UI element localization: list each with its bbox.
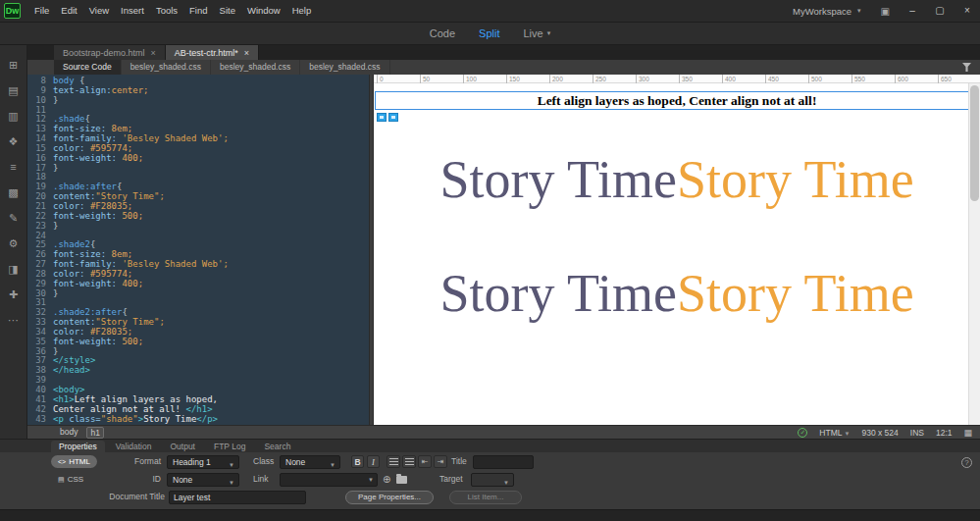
story-time-shadow-text: Story Time [677,150,914,209]
cc-libraries-panel-icon[interactable]: ▥ [8,110,18,123]
story-time-shadow-text: Story Time [677,264,914,323]
ruler-mark: 500 [808,75,822,83]
doctype-selector[interactable]: HTML▼ [819,428,850,438]
view-mode-code[interactable]: Code [430,27,455,39]
document-window: Bootstrap-demo.html×AB-test-ctr.html*× S… [27,45,980,439]
chevron-down-icon: ▼ [229,477,234,489]
lint-status-icon[interactable]: ✓ [798,428,807,438]
menu-items: FileEditViewInsertToolsFindSiteWindowHel… [28,0,317,22]
panel-tab-output[interactable]: Output [162,441,203,452]
files-panel-icon[interactable]: ▤ [8,84,18,97]
tab-close-icon[interactable]: × [244,48,249,58]
point-to-file-icon[interactable]: ⊕ [383,475,390,485]
id-label: ID [126,473,161,486]
main-area: ⊞▤▥❖≡▩✎⚙◨✚⋯ Bootstrap-demo.html×AB-test-… [0,45,980,439]
ruler-mark: 200 [549,75,563,83]
title-input[interactable] [473,455,534,469]
link-input[interactable] [280,473,378,487]
size-presets-icon[interactable]: ▦ [963,428,972,438]
panel-tab-validation[interactable]: Validation [108,441,160,452]
code-line: 38</head> [27,366,369,376]
window-size-value[interactable]: 930 x 524 [861,428,898,438]
hidden-element-marker[interactable] [388,113,398,122]
tag-selector-h1[interactable]: h1 [86,427,103,439]
tab-close-icon[interactable]: × [151,48,156,58]
story-time-base-text: Story Time [439,150,677,209]
ruler-mark: 600 [895,75,908,83]
related-file-css[interactable]: besley_shaded.css [300,60,389,75]
menu-help[interactable]: Help [286,0,318,22]
outdent-icon[interactable]: ⇤ [418,455,432,468]
code-editor[interactable]: 8body {9text-align:center;10}1112.shade{… [27,75,369,425]
menu-insert[interactable]: Insert [115,0,150,22]
indent-icon[interactable]: ⇥ [434,455,447,468]
unordered-list-icon[interactable] [387,455,400,468]
code-line: 30} [27,289,369,299]
document-tab[interactable]: Bootstrap-demo.html× [54,45,166,60]
behaviors-panel-icon[interactable]: ⚙ [9,237,19,250]
menu-window[interactable]: Window [241,0,286,22]
menu-view[interactable]: View [83,0,115,22]
workspace-switcher[interactable]: MyWorkspace [789,6,855,17]
menu-find[interactable]: Find [183,0,213,22]
ruler-mark: 100 [463,75,477,83]
browse-folder-icon[interactable] [396,476,407,484]
vertical-scrollbar[interactable] [968,83,980,425]
page-properties-button[interactable]: Page Properties... [345,491,434,504]
list-item-button[interactable]: List Item... [449,491,522,504]
html-mode-button[interactable]: <> HTML [51,455,97,468]
target-dropdown[interactable]: ▼ [471,473,514,487]
menu-edit[interactable]: Edit [55,0,82,22]
format-dropdown[interactable]: Heading 1▼ [167,455,239,469]
css-mode-button[interactable]: ▤ CSS [51,473,90,486]
tag-selector-body[interactable]: body [57,427,80,439]
linting-panel-icon[interactable]: ✚ [9,288,18,301]
minimize-button[interactable]: – [900,0,925,22]
more-panels-icon[interactable]: ⋯ [8,314,19,327]
close-button[interactable]: × [954,0,980,22]
panel-tab-search[interactable]: Search [256,441,298,452]
ordered-list-icon[interactable] [402,455,416,468]
scrollbar-thumb[interactable] [970,85,979,201]
id-dropdown[interactable]: None▼ [167,473,239,487]
related-file-css[interactable]: besley_shaded.css [211,60,300,75]
story-time-paragraph[interactable]: Story TimeStory Time [374,151,980,208]
hidden-element-marker[interactable] [377,113,387,122]
snippets-panel-icon[interactable]: ✎ [9,212,18,225]
class-dropdown[interactable]: None▼ [280,455,340,469]
extension-manager-icon[interactable]: ▣ [873,6,898,17]
maximize-button[interactable]: ▢ [927,0,953,22]
menu-site[interactable]: Site [214,0,241,22]
help-icon[interactable]: ? [961,457,972,468]
panel-tab-properties[interactable]: Properties [51,441,105,452]
document-title-input[interactable] [169,491,306,504]
ruler-mark: 250 [593,75,606,83]
insert-panel-icon[interactable]: ⊞ [9,59,18,72]
dom-panel-icon[interactable]: ≡ [10,161,16,174]
menu-file[interactable]: File [28,0,55,22]
code-line: 23} [27,222,369,232]
panel-tab-ftp-log[interactable]: FTP Log [206,441,253,452]
document-tab[interactable]: AB-test-ctr.html*× [166,45,259,60]
related-file-source-code[interactable]: Source Code [54,60,122,75]
tab-label: Bootstrap-demo.html [63,48,145,58]
story-time-paragraph[interactable]: Story TimeStory Time [374,265,980,322]
ruler-mark: 400 [722,75,736,83]
chevron-down-icon: ▼ [229,459,234,471]
italic-button[interactable]: I [367,455,380,468]
dreamweaver-window: Dw FileEditViewInsertToolsFindSiteWindow… [0,0,980,521]
chevron-down-icon: ▼ [844,431,850,437]
related-file-css[interactable]: besley_shaded.css [122,60,211,75]
bold-button[interactable]: B [351,455,364,468]
selected-h1-element[interactable]: Left align layers as hoped, Center align… [375,91,979,110]
view-mode-split[interactable]: Split [479,27,499,39]
properties-content: <> HTML ▤ CSS Format Heading 1▼ ID None▼… [0,452,980,510]
extract-panel-icon[interactable]: ◨ [8,263,18,276]
ruler-mark: 50 [420,75,430,83]
assets-panel-icon[interactable]: ▩ [8,186,18,199]
code-line: 16font-weight: 400; [27,154,369,164]
menu-tools[interactable]: Tools [150,0,183,22]
filter-icon[interactable] [962,63,971,72]
css-designer-panel-icon[interactable]: ❖ [9,135,19,148]
view-mode-live[interactable]: Live▾ [524,27,551,39]
